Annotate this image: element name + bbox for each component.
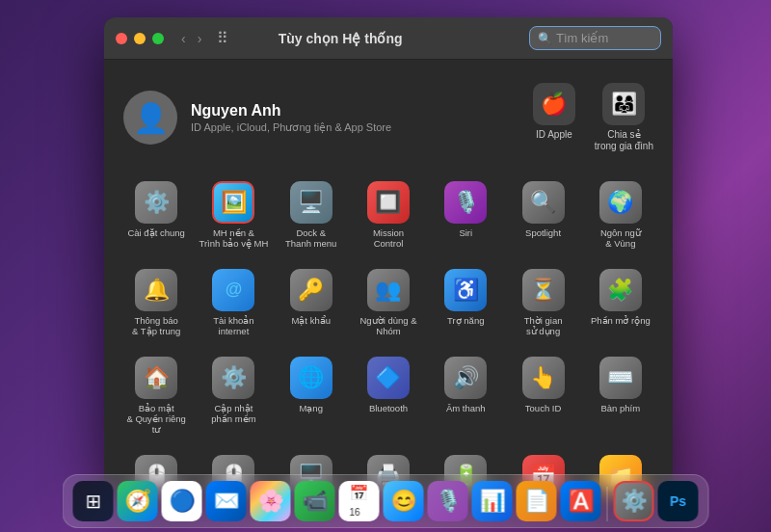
dock-item-podcast[interactable]: 🎙️ (428, 481, 468, 521)
profile-name: Nguyen Anh (191, 102, 533, 120)
network-label: Mạng (299, 403, 322, 413)
accessibility-label: Trợ năng (447, 315, 484, 326)
dock-item-appstore[interactable]: 🅰️ (561, 481, 601, 521)
settings-item-notification[interactable]: 🔔 Thông báo& Tập trung (120, 263, 193, 343)
dock-item-keynote[interactable]: 📊 (472, 481, 513, 521)
bluetooth-label: Bluetooth (369, 403, 408, 413)
language-icon: 🌍 (599, 181, 642, 224)
dock-item-safari[interactable]: 🧭 (118, 481, 158, 521)
spotlight-icon: 🔍 (522, 181, 565, 224)
settings-item-users[interactable]: 👥 Người dùng &Nhóm (352, 263, 425, 343)
settings-item-general[interactable]: ⚙️ Cài đặt chung (120, 175, 193, 255)
notification-icon: 🔔 (135, 269, 177, 311)
siri-icon: 🎙️ (444, 181, 487, 224)
settings-item-password[interactable]: 🔑 Mật khẩu (275, 263, 348, 343)
internet-label: Tài khoảninternet (213, 315, 253, 337)
accessibility-icon: ♿ (444, 269, 487, 311)
mail-icon: ✉️ (213, 489, 239, 514)
window-title: Tùy chọn Hệ thống (159, 31, 521, 46)
settings-item-spotlight[interactable]: 🔍 Spotlight (506, 175, 579, 255)
family-sharing-button[interactable]: 👨‍👩‍👧 Chia sẻtrong gia đình (595, 83, 653, 152)
dock-item-facetime[interactable]: 📹 (295, 481, 335, 521)
wallpaper-icon: 🖼️ (212, 181, 254, 224)
search-input[interactable] (556, 31, 652, 45)
spotlight-label: Spotlight (525, 227, 561, 238)
settings-item-sound[interactable]: 🔊 Âm thanh (429, 351, 502, 441)
pages-icon: 📄 (523, 489, 549, 514)
update-label: Cập nhậtphần mềm (211, 403, 255, 425)
profile-actions: 🍎 ID Apple 👨‍👩‍👧 Chia sẻtrong gia đình (533, 83, 653, 152)
dock-icon: 🖥️ (290, 181, 332, 224)
dock-label: Dock &Thanh menu (285, 227, 336, 250)
ps-icon: Ps (670, 493, 686, 509)
settings-item-touchid[interactable]: 👆 Touch ID (506, 351, 579, 441)
settings-item-siri[interactable]: 🎙️ Siri (429, 175, 502, 255)
sound-label: Âm thanh (446, 403, 486, 413)
settings-item-accessibility[interactable]: ♿ Trợ năng (429, 263, 502, 343)
safari-icon: 🧭 (124, 489, 150, 514)
dock-item-ps[interactable]: Ps (658, 481, 699, 521)
sound-icon: 🔊 (444, 357, 487, 399)
settings-item-internet[interactable]: @ Tài khoảninternet (197, 263, 270, 343)
settings-item-language[interactable]: 🌍 Ngôn ngữ& Vùng (584, 175, 657, 255)
settings-item-dock[interactable]: 🖥️ Dock &Thanh menu (275, 175, 348, 255)
profile-section: 👤 Nguyen Anh ID Apple, iCloud, Phương ti… (120, 75, 657, 160)
mission-icon: 🔲 (367, 181, 410, 224)
dock-item-pages[interactable]: 📄 (517, 481, 557, 521)
dock-item-mail[interactable]: ✉️ (206, 481, 247, 521)
family-sharing-label: Chia sẻtrong gia đình (595, 129, 653, 152)
dock-item-finder[interactable]: 😊 (384, 481, 424, 521)
minimize-button[interactable] (134, 33, 146, 44)
keyboard-label: Bàn phím (601, 403, 641, 413)
avatar[interactable]: 👤 (123, 91, 177, 145)
settings-item-keyboard[interactable]: ⌨️ Bàn phím (584, 351, 657, 441)
notification-label: Thông báo& Tập trung (132, 315, 180, 337)
apple-id-button[interactable]: 🍎 ID Apple (533, 83, 575, 152)
family-sharing-icon: 👨‍👩‍👧 (602, 83, 645, 125)
settings-item-extensions[interactable]: 🧩 Phần mở rộng (584, 263, 657, 343)
syspref-icon: ⚙️ (621, 489, 647, 514)
settings-item-screentime[interactable]: ⏳ Thời giansử dụng (506, 263, 579, 343)
content-area: 👤 Nguyen Anh ID Apple, iCloud, Phương ti… (104, 60, 673, 492)
dock-item-syspref[interactable]: ⚙️ (614, 481, 654, 521)
siri-label: Siri (459, 227, 472, 238)
settings-item-update[interactable]: ⚙️ Cập nhậtphần mềm (197, 351, 270, 441)
general-label: Cài đặt chung (127, 227, 184, 238)
users-label: Người dùng &Nhóm (359, 315, 416, 337)
dock-item-launchpad[interactable]: ⊞ (73, 481, 114, 521)
wallpaper-label: MH nền &Trình bảo vệ MH (199, 227, 269, 250)
password-icon: 🔑 (290, 269, 332, 311)
security-icon: 🏠 (135, 357, 177, 399)
podcast-icon: 🎙️ (435, 489, 461, 514)
settings-item-security[interactable]: 🏠 Bảo mật& Quyền riêng tư (120, 351, 193, 441)
language-label: Ngôn ngữ& Vùng (600, 227, 641, 250)
settings-item-bluetooth[interactable]: 🔷 Bluetooth (352, 351, 425, 441)
network-icon: 🌐 (290, 357, 332, 399)
mission-label: MissionControl (373, 227, 404, 250)
update-icon: ⚙️ (212, 357, 254, 399)
keynote-icon: 📊 (479, 489, 505, 514)
dock-item-calendar[interactable]: 📅16 (339, 481, 380, 521)
search-icon: 🔍 (538, 32, 552, 45)
general-icon: ⚙️ (135, 181, 177, 224)
launchpad-icon: ⊞ (85, 490, 101, 513)
dock-divider (607, 487, 608, 521)
system-preferences-window: ‹ › ⠿ Tùy chọn Hệ thống 🔍 👤 Nguyen Anh I… (104, 17, 673, 492)
dock-item-photos[interactable]: 🌸 (251, 481, 291, 521)
search-bar[interactable]: 🔍 (529, 26, 661, 50)
facetime-icon: 📹 (302, 489, 328, 514)
internet-icon: @ (212, 269, 254, 311)
photos-icon: 🌸 (257, 489, 283, 514)
settings-item-mission[interactable]: 🔲 MissionControl (352, 175, 425, 255)
settings-item-wallpaper[interactable]: 🖼️ MH nền &Trình bảo vệ MH (197, 175, 270, 255)
extensions-label: Phần mở rộng (591, 315, 651, 326)
settings-item-network[interactable]: 🌐 Mạng (275, 351, 348, 441)
close-button[interactable] (116, 33, 127, 44)
keyboard-icon: ⌨️ (599, 357, 642, 399)
calendar-icon: 📅16 (350, 484, 369, 519)
traffic-lights (116, 33, 164, 44)
dock-item-chrome[interactable]: 🔵 (162, 481, 202, 521)
appstore-icon: 🅰️ (568, 489, 594, 514)
touchid-icon: 👆 (522, 357, 565, 399)
settings-grid: ⚙️ Cài đặt chung 🖼️ MH nền &Trình bảo vệ… (120, 175, 657, 492)
